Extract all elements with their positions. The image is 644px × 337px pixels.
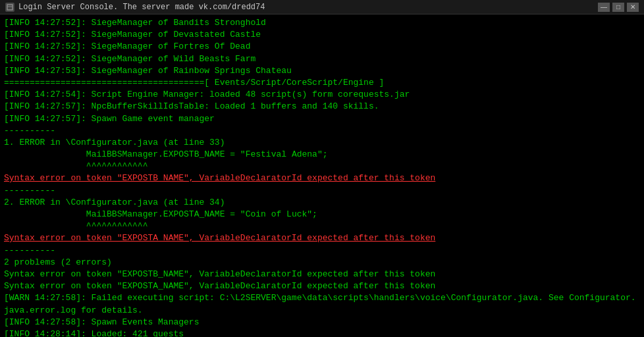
console-line: [INFO 14:27:58]: Spawn Events Managers bbox=[4, 317, 640, 328]
svg-rect-0 bbox=[7, 5, 13, 10]
console-line: MailBBSManager.EXPOSTA_NAME = "Coin of L… bbox=[4, 209, 640, 220]
close-button[interactable]: ✕ bbox=[627, 3, 639, 12]
window-controls: — □ ✕ bbox=[598, 3, 639, 12]
title-bar: Login Server Console. The server made vk… bbox=[0, 0, 644, 14]
console-line: [INFO 14:27:52]: SiegeManager of Devasta… bbox=[4, 29, 640, 41]
app-icon bbox=[5, 3, 14, 12]
console-line: ^^^^^^^^^^^^ bbox=[4, 161, 640, 172]
console-line: [WARN 14:27:58]: Failed executing script… bbox=[4, 292, 640, 316]
minimize-button[interactable]: — bbox=[598, 3, 610, 12]
console-line: [INFO 14:27:54]: Script Engine Manager: … bbox=[4, 89, 640, 101]
console-line: =======================================[… bbox=[4, 77, 640, 89]
window-title: Login Server Console. The server made vk… bbox=[18, 3, 265, 12]
console-line: [INFO 14:27:57]: Spawn Game event manage… bbox=[4, 113, 640, 125]
console-line: [INFO 14:27:52]: SiegeManager of Wild Be… bbox=[4, 53, 640, 65]
console-line: [INFO 14:27:57]: NpcBufferSkillIdsTable:… bbox=[4, 101, 640, 113]
console-line: Syntax error on token "EXPOSTA_NAME", Va… bbox=[4, 232, 640, 244]
console-output: [INFO 14:27:52]: SiegeManager of Bandits… bbox=[0, 14, 644, 337]
console-line: Syntax error on token "EXPOSTA_NAME", Va… bbox=[4, 280, 640, 292]
title-bar-left: Login Server Console. The server made vk… bbox=[5, 3, 265, 12]
console-line: ---------- bbox=[4, 125, 640, 137]
console-line: ---------- bbox=[4, 245, 640, 257]
console-line: ^^^^^^^^^^^^ bbox=[4, 220, 640, 232]
console-line: Syntax error on token "EXPOSTB_NAME", Va… bbox=[4, 269, 640, 280]
console-line: 2 problems (2 errors) bbox=[4, 257, 640, 269]
console-line: 2. ERROR in \Configurator.java (at line … bbox=[4, 197, 640, 209]
console-line: [INFO 14:28:14]: Loaded: 421 quests bbox=[4, 328, 640, 337]
console-line: ---------- bbox=[4, 185, 640, 197]
console-line: MailBBSManager.EXPOSTB_NAME = "Festival … bbox=[4, 149, 640, 161]
console-line: [INFO 14:27:52]: SiegeManager of Fortres… bbox=[4, 41, 640, 53]
console-line: Syntax error on token "EXPOSTB_NAME", Va… bbox=[4, 172, 640, 184]
maximize-button[interactable]: □ bbox=[612, 3, 624, 12]
console-line: [INFO 14:27:53]: SiegeManager of Rainbow… bbox=[4, 65, 640, 77]
console-line: [INFO 14:27:52]: SiegeManager of Bandits… bbox=[4, 17, 640, 29]
console-line: 1. ERROR in \Configurator.java (at line … bbox=[4, 137, 640, 149]
